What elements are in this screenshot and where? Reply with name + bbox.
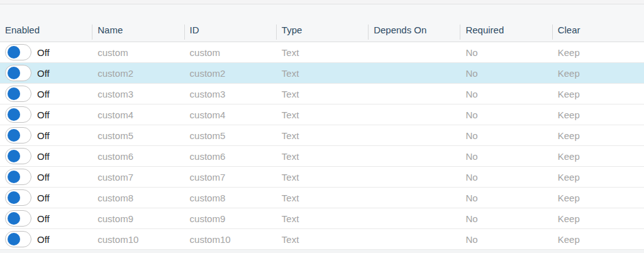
column-header-depends-on[interactable]: Depends On: [368, 25, 460, 42]
table-row[interactable]: Off custom4 custom4 Text No Keep: [0, 104, 644, 125]
required-cell: No: [460, 68, 552, 79]
name-cell: custom10: [92, 234, 184, 245]
name-value: custom3: [97, 89, 133, 99]
column-header-clear[interactable]: Clear: [552, 25, 644, 42]
required-cell: No: [460, 213, 552, 224]
column-header-name[interactable]: Name: [92, 25, 184, 42]
name-value: custom10: [97, 234, 138, 245]
clear-value: Keep: [558, 234, 580, 245]
toggle-state-label: Off: [37, 151, 50, 162]
table-row[interactable]: Off custom8 custom8 Text No Keep: [0, 188, 644, 208]
enabled-toggle[interactable]: [5, 169, 31, 185]
table-row[interactable]: Off custom10 custom10 Text No Keep: [0, 229, 644, 250]
type-cell: Text: [276, 193, 368, 203]
required-value: No: [465, 47, 477, 58]
required-value: No: [465, 234, 477, 245]
clear-cell: Keep: [552, 110, 644, 120]
toggle-knob: [8, 87, 20, 100]
id-cell: custom6: [184, 151, 276, 162]
enabled-toggle[interactable]: [5, 231, 31, 247]
column-header-enabled[interactable]: Enabled: [0, 25, 92, 42]
id-value: custom8: [190, 193, 226, 203]
toggle-state-label: Off: [37, 110, 50, 120]
clear-value: Keep: [558, 130, 580, 141]
clear-value: Keep: [558, 193, 580, 203]
table-header: Enabled Name ID Type Depends On Required…: [0, 4, 644, 42]
toggle-state-label: Off: [37, 68, 50, 79]
id-value: custom6: [190, 151, 226, 162]
column-header-id[interactable]: ID: [184, 25, 276, 42]
required-cell: No: [460, 47, 552, 58]
enabled-toggle[interactable]: [5, 210, 31, 227]
id-cell: custom9: [184, 213, 276, 224]
enabled-cell: Off: [0, 210, 92, 227]
toggle-state-label: Off: [37, 172, 50, 183]
enabled-toggle[interactable]: [5, 127, 31, 143]
name-cell: custom5: [92, 130, 184, 141]
name-cell: custom9: [92, 213, 184, 224]
enabled-toggle[interactable]: [5, 148, 31, 164]
toggle-state-label: Off: [37, 130, 50, 141]
required-cell: No: [460, 130, 552, 141]
enabled-cell: Off: [0, 44, 92, 60]
table-row[interactable]: Off custom7 custom7 Text No Keep: [0, 167, 644, 188]
clear-value: Keep: [558, 151, 580, 162]
clear-cell: Keep: [552, 47, 644, 58]
custom-fields-table: Enabled Name ID Type Depends On Required…: [0, 0, 644, 253]
id-value: custom2: [190, 68, 226, 79]
table-row[interactable]: Off custom2 custom2 Text No Keep: [0, 63, 644, 84]
type-value: Text: [282, 234, 299, 245]
clear-cell: Keep: [552, 68, 644, 79]
enabled-toggle[interactable]: [5, 189, 31, 206]
enabled-toggle[interactable]: [5, 44, 31, 60]
table-row[interactable]: Off custom9 custom9 Text No Keep: [0, 208, 644, 229]
column-header-required[interactable]: Required: [460, 25, 552, 42]
toggle-knob: [8, 46, 20, 59]
enabled-toggle[interactable]: [5, 65, 31, 81]
enabled-toggle[interactable]: [5, 86, 31, 102]
required-value: No: [465, 213, 477, 224]
required-value: No: [465, 151, 477, 162]
clear-cell: Keep: [552, 130, 644, 141]
id-value: custom5: [190, 130, 226, 141]
name-value: custom: [97, 47, 128, 58]
type-cell: Text: [276, 130, 368, 141]
id-cell: custom5: [184, 130, 276, 141]
clear-cell: Keep: [552, 234, 644, 245]
required-cell: No: [460, 234, 552, 245]
clear-cell: Keep: [552, 193, 644, 203]
clear-cell: Keep: [552, 172, 644, 183]
clear-value: Keep: [558, 213, 580, 224]
required-value: No: [465, 89, 477, 99]
table-row[interactable]: Off custom6 custom6 Text No Keep: [0, 146, 644, 167]
name-cell: custom6: [92, 151, 184, 162]
table-row[interactable]: Off custom5 custom5 Text No Keep: [0, 125, 644, 146]
enabled-cell: Off: [0, 106, 92, 123]
enabled-cell: Off: [0, 169, 92, 185]
required-cell: No: [460, 193, 552, 203]
table-row[interactable]: Off custom custom Text No Keep: [0, 42, 644, 63]
type-cell: Text: [276, 89, 368, 99]
name-cell: custom2: [92, 68, 184, 79]
table-row[interactable]: Off custom3 custom3 Text No Keep: [0, 84, 644, 104]
required-value: No: [465, 193, 477, 203]
id-cell: custom4: [184, 110, 276, 120]
enabled-cell: Off: [0, 231, 92, 247]
type-value: Text: [282, 47, 299, 58]
type-cell: Text: [276, 47, 368, 58]
table-body: Off custom custom Text No Keep Off custo…: [0, 42, 644, 250]
name-value: custom8: [97, 193, 133, 203]
type-value: Text: [282, 110, 299, 120]
enabled-cell: Off: [0, 86, 92, 102]
enabled-cell: Off: [0, 189, 92, 206]
id-value: custom4: [190, 110, 226, 120]
top-divider: [0, 0, 644, 4]
toggle-knob: [8, 212, 20, 225]
name-cell: custom4: [92, 110, 184, 120]
column-header-type[interactable]: Type: [276, 25, 368, 42]
enabled-cell: Off: [0, 127, 92, 143]
id-value: custom9: [190, 213, 226, 224]
id-cell: custom7: [184, 172, 276, 183]
enabled-toggle[interactable]: [5, 106, 31, 123]
enabled-cell: Off: [0, 65, 92, 81]
